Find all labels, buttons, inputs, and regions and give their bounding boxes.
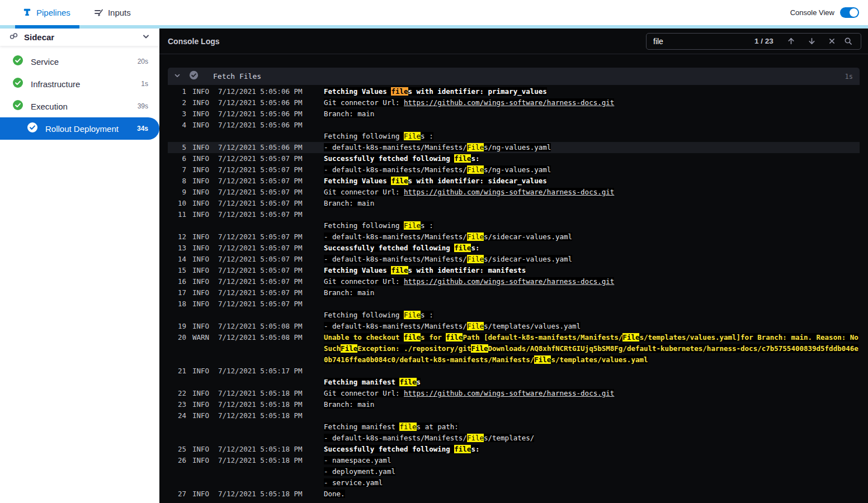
log-message: - deployment.yaml xyxy=(324,466,860,477)
log-message xyxy=(324,410,860,421)
log-line-24: 24INFO7/12/2021 5:05:18 PM xyxy=(168,410,860,421)
log-line-6: 6INFO7/12/2021 5:05:07 PMSuccessfully fe… xyxy=(168,153,860,164)
log-message: Fetching Values files with identifier: p… xyxy=(324,86,860,97)
top-tabs: Pipelines Inputs xyxy=(0,7,131,18)
log-message: Git connector Url: https://github.com/wi… xyxy=(324,97,860,108)
log-line-22: 22INFO7/12/2021 5:05:18 PMGit connector … xyxy=(168,388,860,399)
search-match-highlight: File xyxy=(471,344,488,353)
search-match-highlight: File xyxy=(404,221,421,230)
log-entries: 1INFO7/12/2021 5:05:06 PMFetching Values… xyxy=(168,85,860,500)
search-input[interactable] xyxy=(653,37,754,46)
pipelines-icon xyxy=(22,7,32,18)
sidebar-item-infrastructure[interactable]: Infrastructure 1s xyxy=(0,73,159,95)
sidebar-item-duration: 1s xyxy=(141,80,148,88)
sidebar-item-service[interactable]: Service 20s xyxy=(0,50,159,73)
log-line-21: 21INFO7/12/2021 5:05:17 PM xyxy=(168,366,860,377)
log-line-11-1: Fetching following Files : xyxy=(168,220,860,231)
log-line-10: 10INFO7/12/2021 5:05:07 PMBranch: main xyxy=(168,198,860,209)
link-icon xyxy=(9,31,18,43)
success-check-icon xyxy=(12,77,23,91)
log-message xyxy=(324,366,860,377)
log-line-4-1: Fetching following Files : xyxy=(168,131,860,142)
log-message: Git connector Url: https://github.com/wi… xyxy=(324,276,860,287)
search-icon[interactable] xyxy=(842,37,854,45)
stage-header[interactable]: Sidecar xyxy=(0,29,159,46)
log-line-21-1: Fetching manifest files xyxy=(168,377,860,388)
log-message xyxy=(324,120,860,131)
sidebar-item-label: Execution xyxy=(31,102,130,111)
log-message xyxy=(324,298,860,310)
log-link[interactable]: https://github.com/wings-software/harnes… xyxy=(404,98,614,107)
console-view-toggle[interactable] xyxy=(840,7,859,18)
log-message: - default-k8s-manifests/Manifests/Files/… xyxy=(324,231,860,243)
sidebar-item-duration: 34s xyxy=(137,125,148,132)
log-line-25: 25INFO7/12/2021 5:05:18 PMSuccessfully f… xyxy=(168,444,860,455)
log-line-27: 27INFO7/12/2021 5:05:18 PMDone. xyxy=(168,488,860,500)
log-message: - default-k8s-manifests/Manifests/Files/… xyxy=(324,433,860,444)
log-message: Fetching Values files with identifier: m… xyxy=(324,265,860,276)
search-match-highlight: file xyxy=(399,378,416,386)
search-match-highlight: file xyxy=(404,333,421,341)
sidebar-item-execution[interactable]: Execution 39s xyxy=(0,95,159,117)
log-message: Unable to checkout files for filePath [d… xyxy=(324,332,860,366)
top-bar: Pipelines Inputs Console View xyxy=(0,0,868,25)
log-message xyxy=(324,209,860,220)
log-message: Git connector Url: https://github.com/wi… xyxy=(324,187,860,198)
sidebar-item-label: Service xyxy=(31,57,130,67)
tab-inputs-label: Inputs xyxy=(108,8,131,17)
console-title: Console Logs xyxy=(168,37,220,46)
log-line-9: 9INFO7/12/2021 5:05:07 PMGit connector U… xyxy=(168,187,860,198)
search-match-highlight: file xyxy=(399,423,416,431)
step-list: Service 20s Infrastructure 1s Execution … xyxy=(0,46,159,140)
previous-match-icon[interactable] xyxy=(781,37,801,45)
search-match-highlight: file xyxy=(454,244,471,252)
next-match-icon[interactable] xyxy=(801,37,822,45)
log-message: - default-k8s-manifests/Manifests/Files/… xyxy=(324,142,860,153)
log-line-26-2: - service.yaml xyxy=(168,477,860,488)
chevron-down-icon[interactable] xyxy=(173,72,181,82)
log-link[interactable]: https://github.com/wings-software/harnes… xyxy=(404,277,614,286)
success-check-icon xyxy=(12,99,23,113)
tab-pipelines-label: Pipelines xyxy=(36,8,70,17)
search-match-current: file xyxy=(391,87,408,96)
sidebar-item-duration: 20s xyxy=(138,58,148,65)
log-line-4: 4INFO7/12/2021 5:05:06 PM xyxy=(168,120,860,131)
log-line-17: 17INFO7/12/2021 5:05:07 PMBranch: main xyxy=(168,287,860,298)
console-panel: Console Logs 1 / 23 xyxy=(159,29,868,503)
close-icon[interactable] xyxy=(822,38,842,44)
log-line-7: 7INFO7/12/2021 5:05:07 PM- default-k8s-m… xyxy=(168,164,860,175)
search-match-highlight: file xyxy=(446,333,463,341)
log-search-box: 1 / 23 xyxy=(646,33,861,50)
stage-sidebar: Sidecar Service 20s Infrastructure 1s xyxy=(0,29,159,503)
log-link[interactable]: https://github.com/wings-software/harnes… xyxy=(404,188,614,196)
log-line-26-1: - deployment.yaml xyxy=(168,466,860,477)
search-match-highlight: File xyxy=(467,255,484,263)
log-line-20: 20WARN7/12/2021 5:05:08 PMUnable to chec… xyxy=(168,332,860,366)
inputs-icon xyxy=(94,7,103,18)
log-message: Fetching manifest files xyxy=(324,377,860,388)
log-message: Fetching following Files : xyxy=(324,310,860,321)
log-line-13: 13INFO7/12/2021 5:05:07 PMSuccessfully f… xyxy=(168,243,860,254)
log-message: Git connector Url: https://github.com/wi… xyxy=(324,388,860,399)
tab-inputs[interactable]: Inputs xyxy=(94,7,131,18)
log-line-14: 14INFO7/12/2021 5:05:07 PM- default-k8s-… xyxy=(168,254,860,265)
console-body: Fetch Files 1s 1INFO7/12/2021 5:05:06 PM… xyxy=(159,54,868,503)
log-message: Branch: main xyxy=(324,108,860,120)
log-message: Successfully fetched following files: xyxy=(324,444,860,455)
sidebar-item-duration: 39s xyxy=(138,102,148,110)
log-message: Branch: main xyxy=(324,399,860,410)
console-view-label: Console View xyxy=(790,8,834,17)
log-line-16: 16INFO7/12/2021 5:05:07 PMGit connector … xyxy=(168,276,860,287)
log-line-26: 26INFO7/12/2021 5:05:18 PM- namespace.ya… xyxy=(168,455,860,466)
sidebar-item-label: Infrastructure xyxy=(31,79,134,89)
sidebar-item-rollout-deployment[interactable]: Rollout Deployment 34s xyxy=(0,117,159,140)
log-message: - default-k8s-manifests/Manifests/Files/… xyxy=(324,321,860,332)
chevron-down-icon[interactable] xyxy=(141,32,150,43)
search-match-highlight: File xyxy=(404,132,421,140)
log-link[interactable]: https://github.com/wings-software/harnes… xyxy=(404,389,614,397)
log-line-11: 11INFO7/12/2021 5:05:07 PM xyxy=(168,209,860,220)
log-message: Branch: main xyxy=(324,198,860,209)
tab-pipelines[interactable]: Pipelines xyxy=(22,7,70,18)
log-section-header[interactable]: Fetch Files 1s xyxy=(168,68,860,85)
search-match-highlight: File xyxy=(467,434,484,442)
